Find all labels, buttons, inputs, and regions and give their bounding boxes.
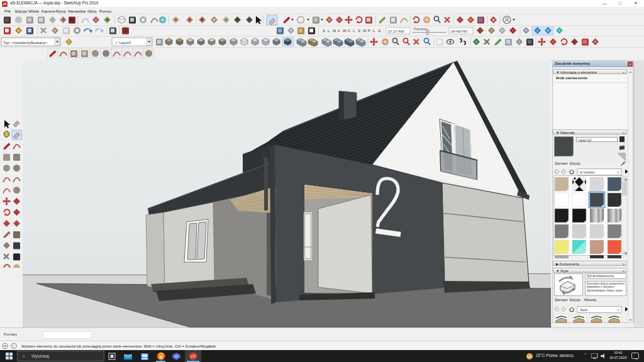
svg-text:i: i [13,344,13,348]
